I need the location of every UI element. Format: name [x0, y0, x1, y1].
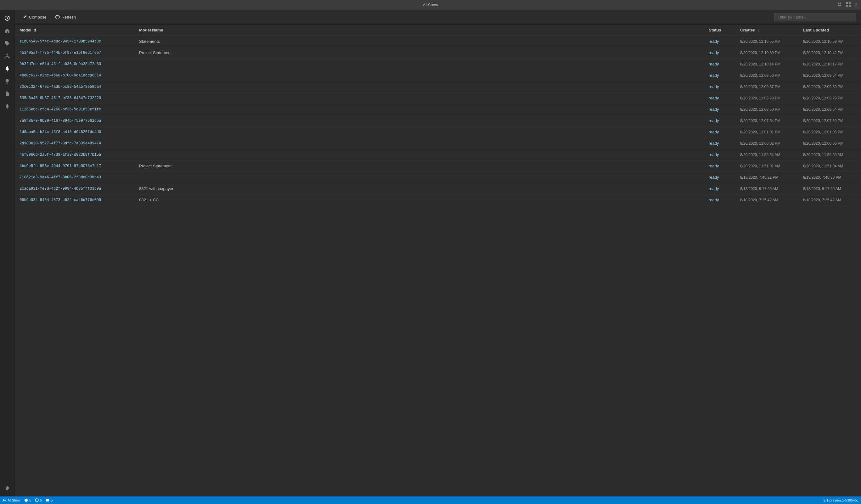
- cell-model-name: [134, 172, 703, 183]
- table-header: Model Id Model Name Status Created ↓: [14, 25, 861, 36]
- cell-status: ready: [703, 126, 735, 138]
- table-row[interactable]: 2cada931-fe7d-4d2f-9994-4b85fff03b9a8821…: [14, 183, 861, 194]
- col-header-model-name: Model Name: [134, 25, 703, 36]
- sidebar-item-model[interactable]: [2, 50, 13, 62]
- sidebar-item-settings[interactable]: [2, 482, 13, 494]
- status-count1[interactable]: 5: [24, 498, 31, 502]
- cell-status: ready: [703, 70, 735, 81]
- sidebar-logo[interactable]: [2, 13, 13, 24]
- cell-last-updated: 8/20/2020, 12:10:42 PM: [798, 47, 861, 58]
- svg-point-15: [25, 499, 28, 502]
- col-header-status: Status: [703, 25, 735, 36]
- cell-status: ready: [703, 138, 735, 149]
- sidebar: [0, 10, 14, 496]
- cell-model-id: 4bf89b6d-2a5f-47d9-afa3-d823b8f7b15a: [14, 149, 134, 160]
- table-row[interactable]: 635a6a45-8b87-4617-bf38-64547d732f20read…: [14, 93, 861, 104]
- cell-model-id: 1d8aba5a-b24c-43f8-a418-d04826fdc4d0: [14, 126, 134, 138]
- status-bar: AI Show 5 5 5 2.1-preview.1-530545c: [0, 496, 861, 504]
- cell-status: ready: [703, 81, 735, 93]
- app-layout: Compose Refresh Model Id: [0, 10, 861, 496]
- cell-status: ready: [703, 183, 735, 194]
- share-icon[interactable]: [837, 2, 842, 8]
- cell-created: 8/20/2020, 12:08:50 PM: [735, 104, 798, 115]
- cell-created: 8/20/2020, 12:01:01 PM: [735, 126, 798, 138]
- svg-rect-2: [846, 5, 848, 6]
- cell-created: 8/18/2020, 9:17:25 AM: [735, 183, 798, 194]
- cell-last-updated: 8/20/2020, 12:10:59 PM: [798, 36, 861, 47]
- cell-model-id: 06b9a034-9464-4873-a522-ca46d776e099: [14, 194, 134, 206]
- svg-rect-3: [849, 5, 851, 6]
- refresh-icon: [55, 15, 60, 19]
- title-bar-actions: ?: [837, 2, 857, 8]
- cell-status: ready: [703, 194, 735, 206]
- cell-model-id: 2d980e20-9527-4f77-8dfc-7a339e489474: [14, 138, 134, 149]
- cell-last-updated: 8/20/2020, 12:09:39 PM: [798, 81, 861, 93]
- table-row[interactable]: 7a9f8b70-9b79-4167-894b-75e977662dbaread…: [14, 115, 861, 126]
- cell-model-id: 4bc9e5fe-953e-49d4-9701-97c0075e7e17: [14, 160, 134, 172]
- cell-model-name: [134, 58, 703, 70]
- status-icon2: [35, 498, 39, 502]
- table-row[interactable]: 451405af-f775-444b-bf97-e1bf9ed1fee7Proj…: [14, 47, 861, 58]
- table-row[interactable]: e1b84549-5f4c-4d8c-9454-1709b5944b3cStat…: [14, 36, 861, 47]
- cell-last-updated: 8/20/2020, 12:09:54 PM: [798, 70, 861, 81]
- status-app-name[interactable]: AI Show: [2, 498, 20, 502]
- status-count3[interactable]: 5: [46, 498, 53, 502]
- col-header-created[interactable]: Created ↓: [735, 25, 798, 36]
- table-row[interactable]: 4bf89b6d-2a5f-47d9-afa3-d823b8f7b15aread…: [14, 149, 861, 160]
- cell-last-updated: 8/20/2020, 12:08:54 PM: [798, 104, 861, 115]
- cell-model-id: 4bd0c627-02dc-4b60-b708-9da1dcd86814: [14, 70, 134, 81]
- svg-point-16: [35, 499, 38, 502]
- cell-created: 8/20/2020, 12:07:54 PM: [735, 115, 798, 126]
- svg-line-9: [5, 56, 7, 57]
- cell-model-id: e1b84549-5f4c-4d8c-9454-1709b5944b3c: [14, 36, 134, 47]
- compose-button[interactable]: Compose: [19, 13, 50, 21]
- sidebar-item-rocket[interactable]: [2, 63, 13, 74]
- sidebar-item-lightbulb[interactable]: [2, 75, 13, 87]
- table-row[interactable]: 30c0c324-67ec-4adb-bc82-54a578e58ba4read…: [14, 81, 861, 93]
- cell-model-name: [134, 149, 703, 160]
- table-row[interactable]: 4bd0c627-02dc-4b60-b708-9da1dcd86814read…: [14, 70, 861, 81]
- cell-last-updated: 8/18/2020, 9:17:29 AM: [798, 183, 861, 194]
- cell-created: 8/20/2020, 11:51:01 AM: [735, 160, 798, 172]
- layout-icon[interactable]: [846, 2, 851, 8]
- cell-model-id: 635a6a45-8b87-4617-bf38-64547d732f20: [14, 93, 134, 104]
- svg-rect-1: [849, 2, 851, 4]
- svg-rect-17: [46, 499, 49, 502]
- cell-model-id: 710621e3-9a46-4ff7-8b06-2f3de0c0bd43: [14, 172, 134, 183]
- svg-rect-12: [6, 94, 8, 94]
- cell-status: ready: [703, 172, 735, 183]
- cell-last-updated: 8/20/2020, 12:09:29 PM: [798, 93, 861, 104]
- table-row[interactable]: 2d980e20-9527-4f77-8dfc-7a339e489474read…: [14, 138, 861, 149]
- status-count2[interactable]: 5: [35, 498, 42, 502]
- cell-status: ready: [703, 93, 735, 104]
- table-row[interactable]: 9b3fd7ce-e51d-431f-a036-0e9a38b72d60read…: [14, 58, 861, 70]
- table-row[interactable]: 11265e6c-cfc4-4260-bf36-5d01d53ef1fcread…: [14, 104, 861, 115]
- table-row[interactable]: 06b9a034-9464-4873-a522-ca46d776e0998821…: [14, 194, 861, 206]
- refresh-button[interactable]: Refresh: [52, 13, 79, 21]
- table-row[interactable]: 710621e3-9a46-4ff7-8b06-2f3de0c0bd43read…: [14, 172, 861, 183]
- cell-last-updated: 8/20/2020, 12:00:06 PM: [798, 138, 861, 149]
- cell-model-name: [134, 126, 703, 138]
- sidebar-item-document[interactable]: [2, 88, 13, 99]
- toolbar: Compose Refresh: [14, 10, 861, 25]
- cell-model-name: [134, 138, 703, 149]
- table-row[interactable]: 1d8aba5a-b24c-43f8-a418-d04826fdc4d0read…: [14, 126, 861, 138]
- cell-model-name: [134, 70, 703, 81]
- help-icon[interactable]: ?: [855, 2, 857, 8]
- cell-created: 8/20/2020, 12:10:55 PM: [735, 36, 798, 47]
- status-person-icon: [2, 498, 6, 502]
- sidebar-item-home[interactable]: [2, 25, 13, 37]
- sidebar-item-tag[interactable]: [2, 38, 13, 49]
- cell-last-updated: 8/20/2020, 11:59:59 AM: [798, 149, 861, 160]
- cell-created: 8/20/2020, 12:10:39 PM: [735, 47, 798, 58]
- sidebar-item-plug[interactable]: [2, 101, 13, 112]
- cell-status: ready: [703, 47, 735, 58]
- table-row[interactable]: 4bc9e5fe-953e-49d4-9701-97c0075e7e17Proj…: [14, 160, 861, 172]
- status-icon1: [24, 498, 28, 502]
- cell-created: 8/18/2020, 7:45:22 PM: [735, 172, 798, 183]
- filter-input[interactable]: [774, 13, 856, 22]
- cell-created: 8/20/2020, 12:09:37 PM: [735, 81, 798, 93]
- cell-last-updated: 8/20/2020, 11:51:04 AM: [798, 160, 861, 172]
- status-bar-right: 2.1-preview.1-530545c: [823, 498, 859, 502]
- cell-model-name: 8821 with taxpayer: [134, 183, 703, 194]
